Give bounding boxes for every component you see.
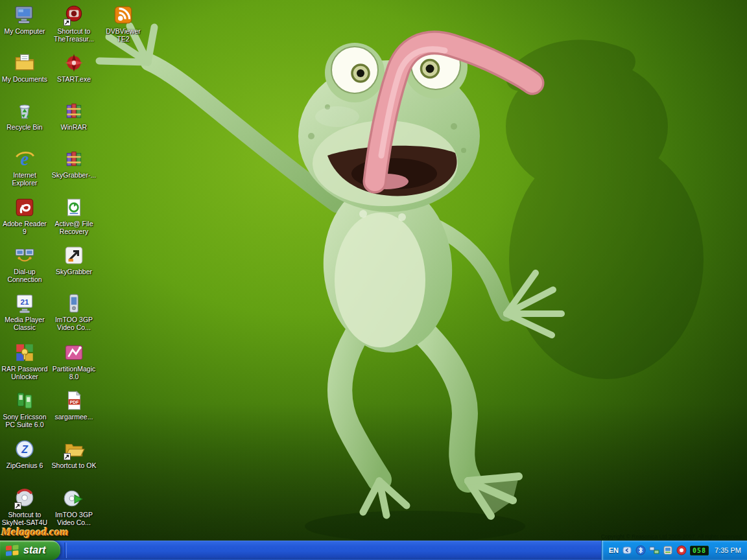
- desktop-icon-label: ImTOO 3GP Video Co...: [51, 316, 97, 332]
- dialup-connection-icon: [14, 244, 36, 266]
- desktop-icon-label: Internet Explorer: [1, 171, 48, 187]
- desktop-icon-label: START.exe: [51, 75, 97, 83]
- shortcut-arrow-icon: [14, 502, 21, 509]
- desktop-icon-partition-magic[interactable]: PartitionMagic 8.0: [51, 342, 97, 381]
- desktop-icon-label: SkyGrabber: [51, 268, 97, 275]
- taskbar-clock[interactable]: 7:35 PM: [715, 546, 741, 554]
- desktop-icon-adobe-reader[interactable]: Adobe Reader 9: [1, 196, 48, 236]
- partition-magic-icon: [63, 342, 85, 364]
- desktop-icon-label: My Documents: [1, 75, 48, 83]
- desktop-icon-winrar[interactable]: WinRAR: [51, 100, 97, 131]
- desktop-icon-label: sargarmee...: [51, 413, 97, 421]
- copyright-text: Copyright © Reasonica Ltd 2005-2007. All…: [601, 533, 743, 540]
- desktop-icon-label: RAR Password Unlocker: [1, 365, 48, 381]
- dvbviewer-icon: [112, 4, 134, 26]
- desktop-icon-label: Media Player Classic: [1, 316, 48, 332]
- desktop-icon-label: Sony Ericsson PC Suite 6.0: [1, 413, 48, 429]
- desktop-icon-label: Active@ File Recovery: [51, 220, 97, 236]
- desktop-icon-label: Recycle Bin: [1, 123, 48, 131]
- desktop-icon-label: My Computer: [1, 27, 48, 35]
- svg-text:e: e: [21, 148, 29, 169]
- desktop-icon-active-file-recovery[interactable]: Active@ File Recovery: [51, 196, 97, 236]
- desktop-icon-start-exe[interactable]: START.exe: [51, 52, 97, 83]
- desktop-icon-label: DVBViewer TE2: [100, 27, 147, 43]
- folder-shortcut-icon: [63, 438, 85, 460]
- adobe-reader-icon: [14, 196, 36, 218]
- desktop-icon-label: Dial-up Connection: [1, 268, 48, 284]
- file-recovery-icon: [63, 196, 85, 218]
- desktop-icon-recycle-bin[interactable]: Recycle Bin: [1, 100, 48, 131]
- disc-shortcut-icon: [14, 487, 36, 509]
- desktop-icon-dialup-connection[interactable]: Dial-up Connection: [1, 244, 48, 284]
- desktop-icon-imtoo-3gp-2[interactable]: ImTOO 3GP Video Co...: [51, 487, 97, 527]
- desktop-icon-label: PartitionMagic 8.0: [51, 365, 97, 381]
- desktop-icon-imtoo-3gp[interactable]: ImTOO 3GP Video Co...: [51, 292, 97, 332]
- desktop-icon-zipgenius[interactable]: Z ZipGenius 6: [1, 438, 48, 469]
- system-tray: EN 058 7:35 PM: [601, 541, 747, 560]
- desktop-icon-skygrabber-archive[interactable]: SkyGrabber-...: [51, 148, 97, 179]
- windows-flag-icon: [5, 544, 19, 557]
- desktop-icon-internet-explorer[interactable]: e Internet Explorer: [1, 148, 48, 187]
- desktop-icon-media-player-classic[interactable]: 21 Media Player Classic: [1, 292, 48, 332]
- svg-text:Z: Z: [21, 444, 29, 455]
- start-button[interactable]: start: [0, 541, 60, 560]
- language-indicator[interactable]: EN: [609, 546, 619, 554]
- tray-net-meter[interactable]: 058: [690, 546, 709, 555]
- rar-archive-books-icon: [63, 148, 85, 170]
- tray-icon-antivirus[interactable]: [676, 545, 687, 555]
- desktop-icon-shortcut-thetreasur[interactable]: Shortcut to TheTreasur...: [51, 4, 97, 43]
- pdf-document-icon: PDF: [63, 390, 85, 412]
- desktop-icon-label: Shortcut to TheTreasur...: [51, 27, 97, 43]
- watermark-text: Melagood.com: [1, 526, 68, 539]
- start-button-label: start: [23, 544, 46, 556]
- desktop-icon-my-computer[interactable]: My Computer: [1, 4, 48, 35]
- desktop-icon-dvbviewer[interactable]: DVBViewer TE2: [100, 4, 147, 43]
- disc-video-icon: [63, 487, 85, 509]
- tray-icon-network[interactable]: [649, 545, 659, 555]
- desktop-icon-label: SkyGrabber-...: [51, 171, 97, 179]
- desktop-icon-label: ZipGenius 6: [1, 461, 48, 469]
- desktop-icon-shortcut-ok[interactable]: Shortcut to OK: [51, 438, 97, 469]
- desktop-icon-sargarmee-pdf[interactable]: PDF sargarmee...: [51, 390, 97, 421]
- tray-icon-bluetooth[interactable]: [635, 545, 646, 555]
- my-computer-icon: [14, 4, 36, 26]
- desktop-icon-label: WinRAR: [51, 123, 97, 131]
- taskbar: start EN: [0, 541, 747, 560]
- desktop-icon-rar-password-unlocker[interactable]: RAR Password Unlocker: [1, 342, 48, 381]
- desktop-icon-label: Adobe Reader 9: [1, 220, 48, 236]
- tray-icon-app-window[interactable]: [663, 545, 673, 555]
- start-exe-icon: [63, 52, 85, 74]
- treasure-shortcut-icon: [63, 4, 85, 26]
- desktop-icon-label: Shortcut to OK: [51, 461, 97, 469]
- wallpaper-frog-image: [0, 0, 747, 560]
- desktop-icon-label: Shortcut to SkyNet-SAT4U: [1, 511, 48, 527]
- sony-ericsson-phones-icon: [14, 390, 36, 412]
- internet-explorer-icon: e: [14, 148, 36, 170]
- media-player-classic-icon: 21: [14, 292, 36, 314]
- mobile-phone-icon: [63, 292, 85, 314]
- shortcut-arrow-icon: [64, 19, 71, 26]
- taskbar-tasks-area: [67, 541, 601, 560]
- zipgenius-icon: Z: [14, 438, 36, 460]
- my-documents-icon: [14, 52, 36, 74]
- desktop: My Computer Shortcut to TheTreasur... DV…: [0, 0, 747, 560]
- desktop-icon-label: ImTOO 3GP Video Co...: [51, 511, 97, 527]
- recycle-bin-icon: [14, 100, 36, 122]
- winrar-books-icon: [63, 100, 85, 122]
- rar-password-unlocker-icon: [14, 342, 36, 364]
- shortcut-arrow-icon: [64, 453, 71, 460]
- desktop-icon-shortcut-skynet[interactable]: Shortcut to SkyNet-SAT4U: [1, 487, 48, 527]
- desktop-icon-sony-ericsson-suite[interactable]: Sony Ericsson PC Suite 6.0: [1, 390, 48, 429]
- desktop-icon-my-documents[interactable]: My Documents: [1, 52, 48, 83]
- tray-chevron-button[interactable]: [622, 545, 632, 555]
- svg-text:PDF: PDF: [70, 400, 79, 404]
- svg-text:21: 21: [21, 298, 29, 306]
- desktop-icon-skygrabber[interactable]: SkyGrabber: [51, 244, 97, 275]
- skygrabber-app-icon: [63, 244, 85, 266]
